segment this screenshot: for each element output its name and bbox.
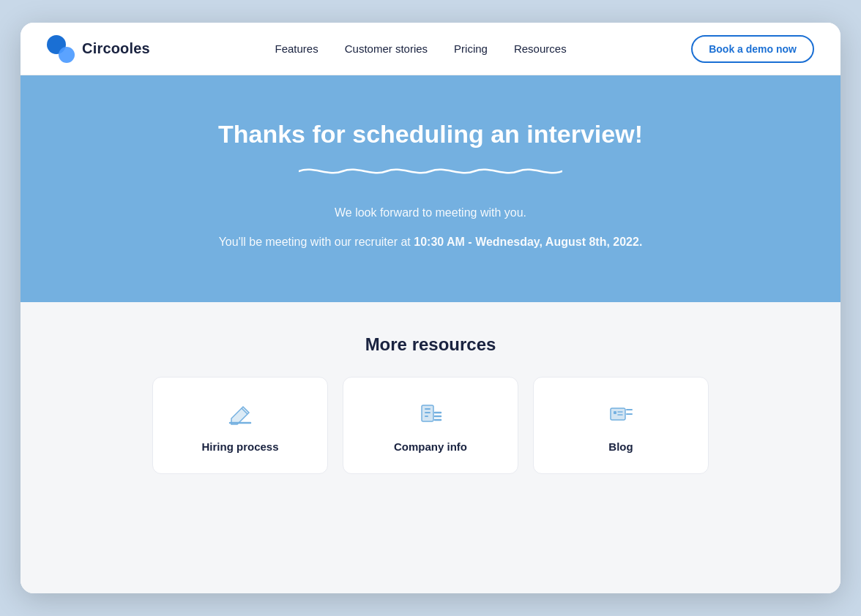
book-demo-button[interactable]: Book a demo now [691, 35, 814, 63]
hiring-icon [225, 401, 255, 430]
card-blog-label: Blog [608, 440, 633, 453]
hero-meeting-info: You'll be meeting with our recruiter at … [219, 233, 643, 252]
hero-subtitle: We look forward to meeting with you. [335, 206, 526, 219]
nav-item-features[interactable]: Features [275, 42, 318, 55]
logo-name: Circooles [82, 40, 150, 57]
svg-rect-9 [614, 411, 616, 414]
resources-section: More resources Hiring process [20, 302, 840, 593]
hero-meeting-prefix: You'll be meeting with our recruiter at [219, 236, 414, 248]
logo-area: Circooles [47, 35, 150, 63]
nav-item-pricing[interactable]: Pricing [454, 42, 488, 55]
company-icon [416, 401, 445, 430]
svg-rect-4 [425, 416, 428, 417]
card-company-label: Company info [394, 440, 467, 453]
wave-divider [299, 162, 562, 183]
svg-rect-8 [611, 408, 625, 420]
nav-item-customer-stories[interactable]: Customer stories [345, 42, 428, 55]
header: Circooles Features Customer stories Pric… [20, 23, 840, 75]
browser-frame: Circooles Features Customer stories Pric… [20, 23, 840, 593]
nav-item-resources[interactable]: Resources [514, 42, 567, 55]
svg-rect-3 [425, 412, 430, 413]
hero-meeting-time: 10:30 AM - Wednesday, August 8th, 2022. [414, 236, 642, 248]
card-hiring-process[interactable]: Hiring process [152, 377, 328, 474]
svg-rect-2 [425, 408, 430, 410]
hero-title: Thanks for scheduling an interview! [218, 119, 643, 149]
resources-title: More resources [365, 334, 496, 355]
blog-icon [606, 401, 636, 430]
nav: Features Customer stories Pricing Resour… [275, 42, 567, 55]
card-company-info[interactable]: Company info [343, 377, 518, 474]
hero-section: Thanks for scheduling an interview! We l… [20, 75, 840, 302]
card-hiring-label: Hiring process [201, 440, 278, 453]
card-blog[interactable]: Blog [533, 377, 709, 474]
logo-icon [47, 35, 75, 63]
resource-cards: Hiring process Company inf [145, 377, 716, 474]
